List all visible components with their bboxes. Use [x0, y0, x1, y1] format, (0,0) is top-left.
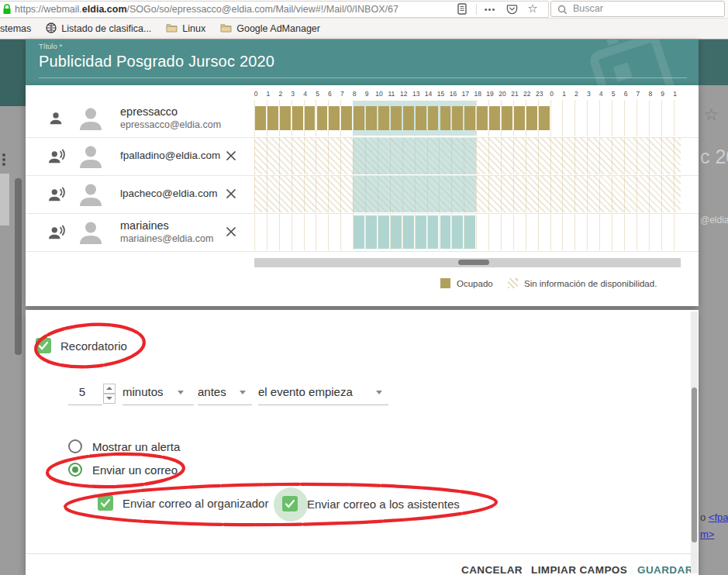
- attendee-text: epressaccoepressacco@eldia.com: [120, 105, 221, 132]
- horizontal-scrollbar[interactable]: [254, 258, 681, 267]
- email-organizer-checkbox[interactable]: [98, 495, 113, 511]
- hour-label: 0: [550, 90, 554, 98]
- stepper-down-button[interactable]: [103, 394, 116, 404]
- hour-label: 9: [365, 90, 369, 98]
- avatar: [78, 219, 104, 249]
- hour-label: 13: [412, 90, 419, 98]
- email-attendees-checkbox[interactable]: [282, 496, 298, 511]
- attendee-row: lpacheco@eldia.com: [26, 176, 699, 214]
- busy-block: [292, 106, 303, 130]
- radio-send-email[interactable]: [68, 463, 82, 477]
- reference-select[interactable]: el evento empieza: [258, 385, 353, 398]
- busy-block: [391, 106, 402, 130]
- unit-select[interactable]: minutos: [122, 385, 164, 398]
- background-star-icon: ☆: [704, 105, 719, 124]
- background-link-anchor-1: <fpa: [709, 511, 728, 523]
- hour-label: 1: [562, 90, 566, 98]
- relation-underline: [198, 405, 252, 405]
- background-link-2: m>: [700, 529, 714, 540]
- hour-label: 12: [400, 90, 407, 98]
- bookmark-label: stemas: [0, 23, 31, 34]
- reminder-amount-input[interactable]: 5: [68, 385, 96, 398]
- remove-attendee-button[interactable]: [224, 187, 240, 202]
- background-title-fragment: c 20: [700, 146, 728, 168]
- hour-label: 9: [661, 90, 664, 98]
- browser-toolbar: https://webmail.eldia.com/SOGo/so/epress…: [0, 0, 728, 19]
- footer-divider: [26, 553, 699, 554]
- busy-block: [502, 106, 512, 130]
- hour-label: 6: [624, 90, 628, 98]
- availability-track: [254, 138, 681, 174]
- radio-send-email-label: Enviar un correo: [92, 463, 178, 477]
- busy-block: [539, 106, 550, 130]
- busy-block: [514, 106, 525, 130]
- busy-swatch: [440, 278, 450, 288]
- selection-block: [416, 215, 426, 249]
- hour-label: 14: [425, 90, 432, 98]
- busy-block: [329, 106, 340, 130]
- selection-block: [428, 215, 439, 249]
- title-field-label: Título *: [39, 42, 62, 50]
- remove-attendee-button[interactable]: [224, 149, 240, 164]
- hour-label: 23: [536, 90, 543, 98]
- busy-block: [255, 106, 266, 130]
- bookmark-item[interactable]: Listado de clasifica...: [46, 22, 151, 36]
- avatar: [78, 105, 104, 135]
- busy-legend-label: Ocupado: [457, 279, 493, 288]
- selection-block: [452, 215, 463, 249]
- pocket-icon[interactable]: [505, 3, 519, 15]
- save-button[interactable]: GUARDAR: [637, 564, 693, 575]
- globe-icon: [46, 22, 57, 36]
- reminder-panel: Recordatorio 5 minutos antes el evento e…: [26, 310, 699, 575]
- hour-label: 16: [450, 90, 457, 98]
- hour-label: 2: [574, 90, 578, 98]
- hour-label: 15: [437, 90, 444, 98]
- attendee-email: epressacco@eldia.com: [120, 119, 221, 132]
- bookmark-item[interactable]: stemas: [0, 23, 31, 34]
- background-header-fragment-right: [699, 40, 728, 85]
- remove-attendee-button[interactable]: [224, 225, 240, 240]
- email-organizer-label: Enviar correo al organizador: [122, 497, 268, 510]
- amount-underline: [68, 405, 102, 405]
- stepper-up-button[interactable]: [103, 384, 116, 394]
- hour-label: 7: [340, 90, 344, 98]
- reminder-checkbox[interactable]: [36, 338, 51, 353]
- folder-icon: [220, 22, 232, 35]
- bookmark-label: Linux: [182, 23, 205, 34]
- bookmark-item[interactable]: Linux: [166, 22, 205, 35]
- kebab-menu-icon: [2, 152, 6, 169]
- availability-panel: 0123456789101112131415161718192021222301…: [26, 85, 699, 306]
- page-actions-icon[interactable]: •••: [483, 4, 497, 16]
- organizer-icon: [47, 110, 64, 130]
- cancel-button[interactable]: CANCELAR: [461, 564, 523, 575]
- chevron-down-icon: [240, 391, 246, 394]
- bookmark-item[interactable]: Google AdManager: [220, 22, 320, 35]
- hour-label: 11: [388, 90, 395, 98]
- availability-legend: Ocupado Sin información de disponibilida…: [26, 277, 699, 292]
- busy-block: [464, 106, 475, 130]
- url-bar[interactable]: https://webmail.eldia.com/SOGo/so/epress…: [0, 1, 549, 18]
- bookmark-star-icon[interactable]: ☆: [526, 2, 540, 15]
- search-bar[interactable]: Buscar: [550, 1, 725, 17]
- https-padlock-icon[interactable]: [2, 4, 12, 18]
- busy-block: [305, 106, 316, 130]
- toolbar-separator: [476, 4, 477, 15]
- radio-show-alert[interactable]: [68, 439, 82, 453]
- chevron-down-icon: [178, 391, 184, 394]
- unit-underline: [122, 405, 194, 405]
- busy-block: [378, 106, 389, 130]
- horizontal-scrollbar-thumb[interactable]: [458, 260, 489, 265]
- reader-view-icon[interactable]: [455, 3, 469, 15]
- hour-label: 19: [486, 90, 493, 98]
- relation-select[interactable]: antes: [198, 385, 226, 398]
- selection-block: [464, 215, 475, 249]
- attendee-row: mariainesmariaines@eldia.com: [26, 214, 699, 252]
- hour-label: 10: [375, 90, 382, 98]
- attendee-rows: epressaccoepressacco@eldia.comfpalladino…: [26, 100, 699, 252]
- clear-fields-button[interactable]: LIMPIAR CAMPOS: [531, 564, 627, 575]
- attendee-row: fpalladino@eldia.com: [26, 138, 699, 176]
- event-title-input[interactable]: Publicidad Posgrado Jursoc 2020: [39, 53, 274, 71]
- vertical-scrollbar-thumb[interactable]: [692, 387, 697, 542]
- selection-block: [354, 215, 364, 249]
- background-address-fragment: @eldia: [700, 215, 728, 226]
